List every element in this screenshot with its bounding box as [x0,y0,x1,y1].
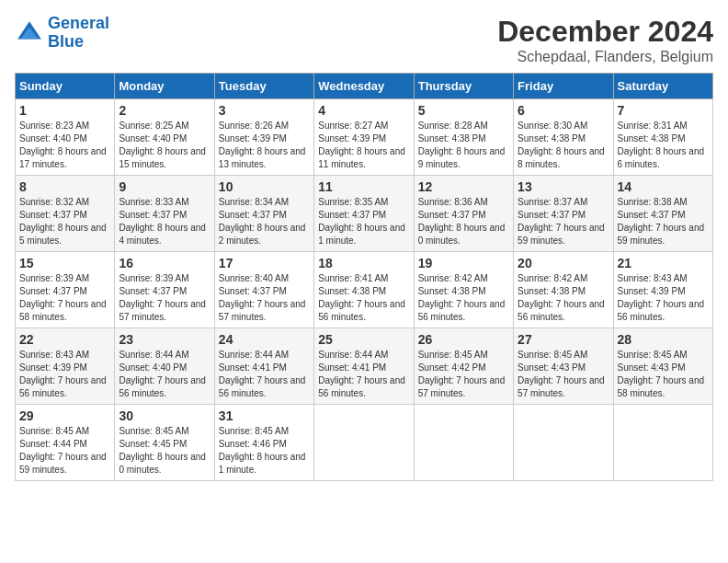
calendar-cell [514,405,613,481]
calendar-cell: 6Sunrise: 8:30 AM Sunset: 4:38 PM Daylig… [514,99,613,176]
day-info: Sunrise: 8:25 AM Sunset: 4:40 PM Dayligh… [119,120,210,171]
logo-icon [15,18,44,48]
day-number: 26 [418,332,509,347]
calendar-cell: 21Sunrise: 8:43 AM Sunset: 4:39 PM Dayli… [613,252,712,328]
logo-text: General Blue [48,15,109,52]
weekday-header-friday: Friday [514,74,613,99]
day-info: Sunrise: 8:44 AM Sunset: 4:41 PM Dayligh… [318,349,409,400]
day-info: Sunrise: 8:36 AM Sunset: 4:37 PM Dayligh… [418,196,509,247]
calendar-cell: 19Sunrise: 8:42 AM Sunset: 4:38 PM Dayli… [414,252,513,328]
week-row-5: 29Sunrise: 8:45 AM Sunset: 4:44 PM Dayli… [16,405,713,481]
day-info: Sunrise: 8:43 AM Sunset: 4:39 PM Dayligh… [618,272,709,324]
weekday-header-saturday: Saturday [613,74,712,99]
day-info: Sunrise: 8:34 AM Sunset: 4:37 PM Dayligh… [219,196,310,247]
calendar-cell: 11Sunrise: 8:35 AM Sunset: 4:37 PM Dayli… [314,176,414,252]
week-row-1: 1Sunrise: 8:23 AM Sunset: 4:40 PM Daylig… [16,99,713,176]
week-row-4: 22Sunrise: 8:43 AM Sunset: 4:39 PM Dayli… [16,328,713,405]
day-number: 17 [219,256,310,270]
day-info: Sunrise: 8:45 AM Sunset: 4:45 PM Dayligh… [119,425,210,477]
day-number: 25 [318,332,409,347]
calendar-cell: 20Sunrise: 8:42 AM Sunset: 4:38 PM Dayli… [514,252,613,328]
day-info: Sunrise: 8:45 AM Sunset: 4:43 PM Dayligh… [618,349,709,400]
calendar-cell: 30Sunrise: 8:45 AM Sunset: 4:45 PM Dayli… [115,405,214,481]
day-number: 23 [119,332,210,347]
day-number: 8 [19,179,110,194]
calendar-cell: 18Sunrise: 8:41 AM Sunset: 4:38 PM Dayli… [314,252,414,328]
calendar-cell: 22Sunrise: 8:43 AM Sunset: 4:39 PM Dayli… [16,328,115,405]
calendar-cell: 26Sunrise: 8:45 AM Sunset: 4:42 PM Dayli… [414,328,513,405]
weekday-header-sunday: Sunday [16,74,115,99]
calendar-table: SundayMondayTuesdayWednesdayThursdayFrid… [15,73,713,481]
day-info: Sunrise: 8:31 AM Sunset: 4:38 PM Dayligh… [618,120,709,171]
week-row-3: 15Sunrise: 8:39 AM Sunset: 4:37 PM Dayli… [16,252,713,328]
day-info: Sunrise: 8:26 AM Sunset: 4:39 PM Dayligh… [219,120,310,171]
calendar-cell: 15Sunrise: 8:39 AM Sunset: 4:37 PM Dayli… [16,252,115,328]
month-title: December 2024 [497,15,713,49]
day-number: 6 [518,103,609,118]
calendar-cell: 12Sunrise: 8:36 AM Sunset: 4:37 PM Dayli… [414,176,513,252]
calendar-cell [613,405,712,481]
day-info: Sunrise: 8:39 AM Sunset: 4:37 PM Dayligh… [119,272,210,324]
location-title: Schepdaal, Flanders, Belgium [497,49,713,65]
day-number: 16 [119,256,210,270]
calendar-cell: 28Sunrise: 8:45 AM Sunset: 4:43 PM Dayli… [613,328,712,405]
calendar-cell: 13Sunrise: 8:37 AM Sunset: 4:37 PM Dayli… [514,176,613,252]
day-number: 28 [618,332,709,347]
calendar-cell [314,405,414,481]
day-info: Sunrise: 8:32 AM Sunset: 4:37 PM Dayligh… [19,196,110,247]
day-number: 13 [518,179,609,194]
weekday-header-monday: Monday [115,74,214,99]
calendar-cell: 24Sunrise: 8:44 AM Sunset: 4:41 PM Dayli… [214,328,313,405]
day-number: 15 [19,256,110,270]
calendar-cell: 3Sunrise: 8:26 AM Sunset: 4:39 PM Daylig… [214,99,313,176]
logo-line1: General [48,14,109,32]
weekday-header-tuesday: Tuesday [214,74,313,99]
day-number: 5 [418,103,509,118]
day-info: Sunrise: 8:40 AM Sunset: 4:37 PM Dayligh… [219,272,310,324]
weekday-header-wednesday: Wednesday [314,74,414,99]
day-info: Sunrise: 8:44 AM Sunset: 4:41 PM Dayligh… [219,349,310,400]
day-info: Sunrise: 8:45 AM Sunset: 4:43 PM Dayligh… [518,349,609,400]
day-number: 19 [418,256,509,270]
title-area: December 2024 Schepdaal, Flanders, Belgi… [497,15,713,65]
day-info: Sunrise: 8:35 AM Sunset: 4:37 PM Dayligh… [318,196,409,247]
day-number: 9 [119,179,210,194]
day-number: 20 [518,256,609,270]
calendar-cell: 27Sunrise: 8:45 AM Sunset: 4:43 PM Dayli… [514,328,613,405]
calendar-cell: 9Sunrise: 8:33 AM Sunset: 4:37 PM Daylig… [115,176,214,252]
day-number: 14 [618,179,709,194]
day-number: 12 [418,179,509,194]
week-row-2: 8Sunrise: 8:32 AM Sunset: 4:37 PM Daylig… [16,176,713,252]
calendar-cell: 17Sunrise: 8:40 AM Sunset: 4:37 PM Dayli… [214,252,313,328]
day-number: 21 [618,256,709,270]
day-number: 18 [318,256,409,270]
calendar-cell: 25Sunrise: 8:44 AM Sunset: 4:41 PM Dayli… [314,328,414,405]
weekday-header-row: SundayMondayTuesdayWednesdayThursdayFrid… [16,74,713,99]
calendar-cell: 23Sunrise: 8:44 AM Sunset: 4:40 PM Dayli… [115,328,214,405]
day-info: Sunrise: 8:23 AM Sunset: 4:40 PM Dayligh… [19,120,110,171]
day-number: 30 [119,408,210,423]
logo: General Blue [15,15,109,52]
calendar-cell: 7Sunrise: 8:31 AM Sunset: 4:38 PM Daylig… [613,99,712,176]
calendar-cell: 31Sunrise: 8:45 AM Sunset: 4:46 PM Dayli… [214,405,313,481]
day-number: 24 [219,332,310,347]
day-info: Sunrise: 8:43 AM Sunset: 4:39 PM Dayligh… [19,349,110,400]
day-info: Sunrise: 8:37 AM Sunset: 4:37 PM Dayligh… [518,196,609,247]
day-number: 10 [219,179,310,194]
day-info: Sunrise: 8:28 AM Sunset: 4:38 PM Dayligh… [418,120,509,171]
calendar-cell: 4Sunrise: 8:27 AM Sunset: 4:39 PM Daylig… [314,99,414,176]
day-info: Sunrise: 8:41 AM Sunset: 4:38 PM Dayligh… [318,272,409,324]
calendar-cell: 14Sunrise: 8:38 AM Sunset: 4:37 PM Dayli… [613,176,712,252]
day-info: Sunrise: 8:38 AM Sunset: 4:37 PM Dayligh… [618,196,709,247]
day-number: 31 [219,408,310,423]
day-number: 2 [119,103,210,118]
calendar-cell: 5Sunrise: 8:28 AM Sunset: 4:38 PM Daylig… [414,99,513,176]
day-info: Sunrise: 8:45 AM Sunset: 4:46 PM Dayligh… [219,425,310,477]
calendar-cell: 8Sunrise: 8:32 AM Sunset: 4:37 PM Daylig… [16,176,115,252]
day-info: Sunrise: 8:44 AM Sunset: 4:40 PM Dayligh… [119,349,210,400]
calendar-cell: 10Sunrise: 8:34 AM Sunset: 4:37 PM Dayli… [214,176,313,252]
day-info: Sunrise: 8:45 AM Sunset: 4:44 PM Dayligh… [19,425,110,477]
day-info: Sunrise: 8:45 AM Sunset: 4:42 PM Dayligh… [418,349,509,400]
weekday-header-thursday: Thursday [414,74,513,99]
logo-line2: Blue [48,32,84,51]
